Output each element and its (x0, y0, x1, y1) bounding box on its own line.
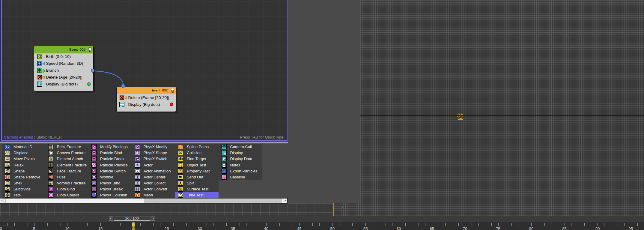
svg-text:x: x (349, 205, 350, 208)
svg-text:y: y (342, 205, 343, 208)
